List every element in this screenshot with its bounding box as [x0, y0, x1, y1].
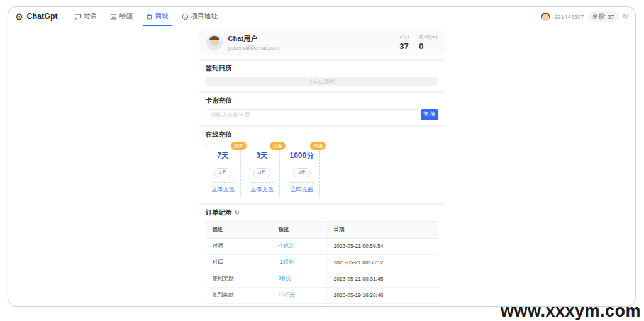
- profile-card: Chat用户 youemail@email.com 积分 37 签到(天) 0: [199, 30, 445, 55]
- nav-item-label: 项目地址: [191, 12, 218, 21]
- table-row: 对话 -1积分 2023-05-19 16:13:02: [206, 303, 438, 307]
- recharge-card-badge: 优惠: [270, 142, 286, 150]
- cardkey-row: 充 值: [206, 109, 438, 120]
- nav-items: 对话 绘画 商城 项目地址: [74, 7, 218, 26]
- table-row: 签到奖励 3积分 2023-05-21 00:31:45: [206, 271, 438, 287]
- table-row: 对话 -1积分 2023-05-21 00:59:54: [206, 238, 438, 254]
- cardkey-section: 卡密充值 充 值: [199, 93, 445, 125]
- recharge-cards: 测试 7天 1元 立即充值 优惠 3天 3元 立即充值 特惠 1000分 3元 …: [206, 145, 438, 198]
- table-row: 对话 -1积分 2023-05-21 00:33:12: [206, 254, 438, 271]
- stat-label: 签到(天): [419, 33, 437, 40]
- signin-button[interactable]: 今日已签到: [206, 77, 438, 86]
- profile-email: youemail@email.com: [228, 45, 279, 51]
- order-date: 2023-05-21 00:33:12: [327, 254, 438, 271]
- paint-icon: [110, 13, 117, 20]
- github-icon: [182, 13, 189, 20]
- recharge-card: 优惠 3天 3元 立即充值: [245, 145, 280, 198]
- recharge-card-price: 1元: [214, 168, 232, 177]
- orders-title-row: 订单记录 ↻: [206, 208, 438, 217]
- profile-stats: 积分 37 签到(天) 0: [399, 33, 437, 51]
- column-header-desc: 描述: [206, 221, 272, 238]
- order-amount-link[interactable]: -1积分: [272, 303, 327, 307]
- nav-item-project-url[interactable]: 项目地址: [182, 7, 218, 26]
- online-recharge-section: 在线充值 测试 7天 1元 立即充值 优惠 3天 3元 立即充值 特惠 1000…: [199, 127, 445, 203]
- signin-section: 签到日历 今日已签到: [199, 61, 445, 91]
- app-window: ⚙ ChatGpt 对话 绘画 商城: [8, 6, 636, 307]
- brand[interactable]: ⚙ ChatGpt: [15, 12, 58, 21]
- online-recharge-title: 在线充值: [206, 130, 438, 139]
- order-amount-link[interactable]: 3积分: [272, 271, 327, 287]
- refresh-balance-icon[interactable]: ↻: [623, 13, 628, 20]
- profile-avatar: [206, 34, 223, 50]
- order-desc: 签到奖励: [206, 271, 272, 287]
- refresh-orders-icon[interactable]: ↻: [235, 210, 240, 216]
- user-id: 291444307: [554, 13, 584, 20]
- order-desc: 对话: [206, 254, 272, 271]
- order-date: 2023-05-21 00:31:45: [327, 271, 438, 287]
- recharge-card-title: 3天: [251, 150, 274, 161]
- cardkey-input[interactable]: [206, 109, 419, 120]
- signin-title: 签到日历: [206, 64, 438, 73]
- order-date: 2023-05-21 00:59:54: [327, 238, 438, 254]
- profile-name: Chat用户: [228, 34, 279, 43]
- table-row: 签到奖励 10积分 2023-05-19 16:26:46: [206, 287, 438, 303]
- profile-section: Chat用户 youemail@email.com 积分 37 签到(天) 0: [199, 30, 445, 59]
- recharge-now-link[interactable]: 立即充值: [251, 182, 274, 198]
- stat-points: 积分 37: [399, 33, 409, 51]
- watermark-text: www.xxxym.com: [501, 301, 641, 321]
- column-header-date: 日期: [327, 221, 438, 238]
- order-date: 2023-05-19 16:26:46: [327, 287, 438, 303]
- recharge-card: 特惠 1000分 3元 立即充值: [284, 145, 321, 198]
- nav-item-paint[interactable]: 绘画: [110, 7, 133, 26]
- profile-info: Chat用户 youemail@email.com: [228, 34, 279, 51]
- nav-item-shop[interactable]: 商城: [146, 7, 169, 26]
- recharge-card-badge: 测试: [231, 142, 247, 150]
- order-amount-link[interactable]: 10积分: [272, 287, 327, 303]
- stat-value: 0: [419, 42, 437, 51]
- order-desc: 签到奖励: [206, 287, 272, 303]
- main-content: Chat用户 youemail@email.com 积分 37 签到(天) 0: [199, 30, 445, 307]
- nav-item-label: 绘画: [119, 12, 133, 21]
- stat-signin-days: 签到(天) 0: [419, 33, 437, 51]
- stat-value: 37: [399, 42, 409, 51]
- nav-item-label: 对话: [84, 12, 97, 21]
- recharge-now-link[interactable]: 立即充值: [212, 182, 235, 198]
- stat-label: 积分: [399, 33, 409, 40]
- order-amount-link[interactable]: -1积分: [272, 254, 327, 271]
- balance-value: 37: [608, 13, 614, 20]
- recharge-card-price: 3元: [253, 168, 271, 177]
- user-avatar[interactable]: [541, 12, 550, 21]
- order-amount-link[interactable]: -1积分: [272, 238, 327, 254]
- brand-name: ChatGpt: [26, 12, 57, 21]
- table-header-row: 描述 额度 日期: [206, 221, 438, 238]
- navbar-right: 291444307 余额: 37 ↻: [541, 11, 628, 22]
- recharge-card-title: 1000分: [290, 150, 314, 161]
- orders-title: 订单记录: [206, 208, 232, 217]
- app-logo-icon: ⚙: [15, 12, 23, 21]
- chat-icon: [74, 13, 81, 20]
- order-desc: 对话: [206, 238, 272, 254]
- shop-icon: [146, 13, 153, 20]
- navbar: ⚙ ChatGpt 对话 绘画 商城: [8, 7, 635, 26]
- order-date: 2023-05-19 16:13:02: [327, 303, 438, 307]
- recharge-card-title: 7天: [212, 150, 235, 161]
- orders-table: 描述 额度 日期 对话 -1积分 2023-05-21 00:59:54 对话 …: [206, 221, 438, 307]
- cardkey-recharge-button[interactable]: 充 值: [421, 109, 438, 120]
- recharge-card-badge: 特惠: [310, 142, 326, 150]
- column-header-amount: 额度: [272, 221, 327, 238]
- nav-item-chat[interactable]: 对话: [74, 7, 97, 26]
- orders-section: 订单记录 ↻ 描述 额度 日期 对话 -1积分 2023-05-21 00: [199, 205, 445, 307]
- balance-badge: 余额: 37: [588, 11, 619, 22]
- nav-item-label: 商城: [155, 12, 169, 21]
- recharge-card: 测试 7天 1元 立即充值: [206, 145, 241, 198]
- recharge-now-link[interactable]: 立即充值: [290, 182, 314, 198]
- recharge-card-price: 3元: [293, 168, 311, 177]
- balance-label: 余额:: [592, 13, 606, 21]
- cardkey-title: 卡密充值: [206, 96, 438, 105]
- order-desc: 对话: [206, 303, 272, 307]
